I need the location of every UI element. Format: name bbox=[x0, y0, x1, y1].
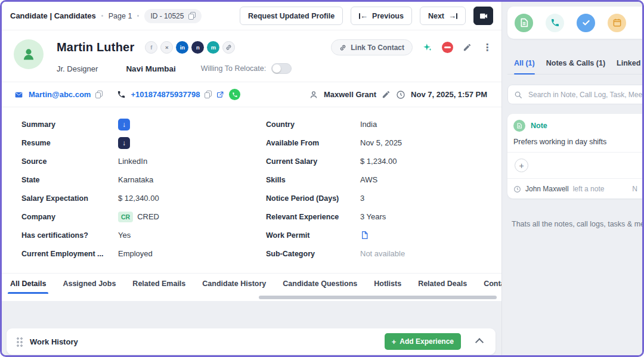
video-meeting-button[interactable] bbox=[473, 7, 493, 25]
facebook-icon[interactable]: f bbox=[145, 41, 157, 54]
detail-label: Available From bbox=[252, 139, 360, 147]
monster-icon[interactable]: m bbox=[207, 41, 219, 54]
note-text: Prefers working in day shifts bbox=[513, 138, 642, 146]
search-input[interactable] bbox=[527, 90, 642, 100]
email-link[interactable]: Martin@abc.com bbox=[29, 90, 91, 99]
tab-assigned-jobs[interactable]: Assigned Jobs bbox=[63, 274, 116, 294]
details-column-right: CountryIndiaAvailable FromNov 5, 2025Cur… bbox=[252, 115, 501, 263]
tab-candidate-history[interactable]: Candidate History bbox=[202, 274, 266, 294]
whatsapp-icon[interactable] bbox=[229, 89, 240, 100]
activity-tab-notes-calls-1[interactable]: Notes & Calls (1) bbox=[546, 52, 605, 74]
detail-row: Current Salary$ 1,234.00 bbox=[252, 152, 501, 170]
tab-candidate-questions[interactable]: Candidate Questions bbox=[283, 274, 357, 294]
detail-value: LinkedIn bbox=[118, 157, 147, 166]
phone-group: +101874875937798 bbox=[117, 89, 240, 100]
topbar-actions: Request Updated Profile ← Previous Next … bbox=[240, 7, 493, 25]
relocate-toggle[interactable] bbox=[271, 63, 292, 74]
download-icon[interactable]: ↓ bbox=[118, 137, 130, 149]
detail-value: Nov 5, 2025 bbox=[360, 138, 402, 147]
email-group: Martin@abc.com bbox=[14, 90, 103, 99]
edit-owner-icon[interactable] bbox=[382, 90, 391, 99]
request-updated-profile-label: Request Updated Profile bbox=[248, 12, 335, 20]
activity-panel: All (1)Notes & Calls (1)Linked Note Pref… bbox=[502, 2, 642, 355]
activity-tabs: All (1)Notes & Calls (1)Linked bbox=[507, 52, 642, 74]
detail-label: Company bbox=[2, 213, 118, 221]
owner-group: Maxwell Grant Nov 7, 2025, 1:57 PM bbox=[309, 90, 490, 100]
add-note-inline-button[interactable]: + bbox=[515, 159, 528, 172]
dot-separator bbox=[101, 15, 103, 17]
note-action: left a note bbox=[573, 185, 605, 193]
tab-all-details[interactable]: All Details bbox=[10, 274, 46, 294]
detail-value: AWS bbox=[360, 175, 377, 184]
activity-tab-linked[interactable]: Linked bbox=[617, 52, 640, 74]
detail-label: Work Permit bbox=[252, 231, 360, 240]
search-icon bbox=[514, 91, 522, 99]
phone-link[interactable]: +101874875937798 bbox=[131, 90, 200, 99]
tab-related-deals[interactable]: Related Deals bbox=[418, 274, 467, 294]
schedule-meeting-button[interactable] bbox=[608, 14, 626, 32]
linkedin-icon[interactable]: in bbox=[176, 41, 188, 54]
tab-hotlists[interactable]: Hotlists bbox=[374, 274, 401, 294]
next-button[interactable]: Next → bbox=[420, 7, 466, 25]
edit-profile-icon[interactable] bbox=[463, 43, 472, 52]
activity-empty-text: Thats all the notes, call logs, tasks & … bbox=[507, 220, 642, 228]
detail-label: Current Employment ... bbox=[2, 250, 118, 258]
tabs-scrollbar-thumb[interactable] bbox=[259, 296, 497, 299]
job-title: Jr. Designer bbox=[57, 64, 98, 73]
copy-phone-icon[interactable] bbox=[205, 91, 212, 98]
detail-value: 3 bbox=[360, 194, 364, 203]
detail-label: Summary bbox=[2, 120, 118, 129]
download-icon[interactable]: ↓ bbox=[118, 119, 130, 131]
detail-label: Salary Expectation bbox=[2, 194, 118, 203]
tab-contact-s-pit[interactable]: Contact(s) Pit bbox=[484, 274, 501, 294]
add-experience-label: Add Experience bbox=[400, 337, 454, 346]
detail-label: Skills bbox=[252, 176, 360, 184]
details-tabs: All DetailsAssigned JobsRelated EmailsCa… bbox=[2, 273, 501, 294]
detail-row: CompanyCRCRED bbox=[2, 207, 252, 226]
collapse-section-button[interactable] bbox=[476, 339, 482, 344]
social-icons: f×innm bbox=[145, 41, 235, 54]
detail-row: Available FromNov 5, 2025 bbox=[252, 134, 501, 152]
detail-row: Sub-CategoryNot available bbox=[252, 244, 501, 263]
app-window: Candidate | Candidates Page 1 ID - 10525… bbox=[0, 0, 644, 357]
next-icon: → bbox=[448, 12, 457, 20]
edit-phone-icon[interactable] bbox=[216, 91, 224, 98]
add-note-button[interactable] bbox=[515, 14, 533, 32]
profile-header: Martin Luther f×innm Link To Contact bbox=[2, 30, 501, 82]
more-options-icon[interactable]: ⋮ bbox=[481, 42, 493, 53]
avatar bbox=[14, 39, 44, 69]
dot-separator bbox=[137, 15, 139, 17]
email-icon bbox=[14, 91, 24, 99]
previous-button[interactable]: ← Previous bbox=[351, 7, 412, 25]
link-to-contact-button[interactable]: Link To Contact bbox=[331, 39, 413, 55]
log-call-button[interactable] bbox=[546, 14, 564, 32]
candidate-id-text: ID - 10525 bbox=[150, 12, 184, 20]
drag-handle-icon[interactable] bbox=[16, 337, 23, 347]
plus-icon: + bbox=[392, 338, 397, 346]
history-icon[interactable] bbox=[396, 90, 405, 100]
add-experience-button[interactable]: + Add Experience bbox=[385, 333, 461, 350]
page-indicator[interactable]: Page 1 bbox=[109, 12, 132, 20]
naukri-icon[interactable]: n bbox=[191, 41, 204, 54]
x-icon[interactable]: × bbox=[160, 41, 173, 54]
request-updated-profile-button[interactable]: Request Updated Profile bbox=[240, 7, 343, 25]
do-not-use-icon[interactable] bbox=[442, 42, 453, 53]
detail-value: 3 Years bbox=[360, 212, 386, 221]
add-task-button[interactable] bbox=[577, 14, 595, 32]
contact-bar: Martin@abc.com +101874875937798 bbox=[2, 82, 501, 107]
profile-link-icon[interactable] bbox=[222, 41, 235, 54]
detail-row: Current Employment ...Employed bbox=[2, 244, 252, 263]
detail-value: Yes bbox=[118, 231, 131, 240]
activity-tab-all-1[interactable]: All (1) bbox=[514, 52, 535, 74]
location: Navi Mumbai bbox=[126, 64, 175, 73]
document-icon[interactable] bbox=[360, 230, 369, 240]
toggle-knob bbox=[273, 64, 281, 73]
detail-label: Has certifications? bbox=[2, 231, 118, 240]
profile-actions: Link To Contact ⋮ bbox=[331, 39, 493, 55]
ai-sparkle-icon[interactable] bbox=[422, 42, 432, 52]
detail-row: SkillsAWS bbox=[252, 170, 501, 189]
detail-label: Country bbox=[252, 120, 360, 129]
tab-related-emails[interactable]: Related Emails bbox=[132, 274, 185, 294]
copy-id-icon[interactable] bbox=[188, 12, 196, 20]
copy-email-icon[interactable] bbox=[95, 91, 103, 98]
